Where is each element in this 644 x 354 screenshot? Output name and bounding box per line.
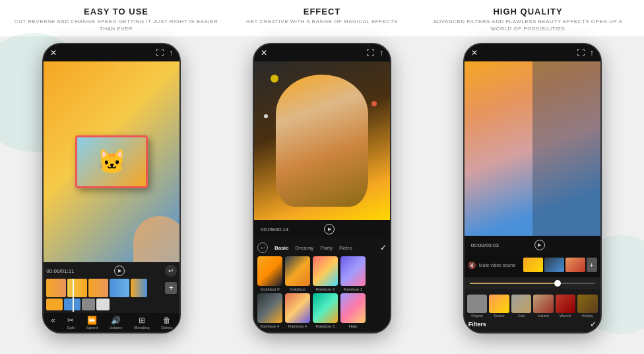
fp-autumn-label: Autumn [533, 314, 554, 318]
slider-track[interactable] [470, 283, 595, 284]
slider-thumb[interactable] [554, 280, 561, 287]
effect-thumb-6[interactable]: Rainbow 4 [285, 293, 310, 328]
effect-thumb-4[interactable]: Rainbow 1 [340, 256, 366, 291]
effect-label-7: Rainbow 5 [313, 324, 338, 328]
thumb-sm-white [96, 299, 110, 310]
fp-original-label: Original [467, 314, 488, 318]
hand-overlay [133, 216, 179, 262]
sparkle1 [271, 75, 278, 83]
effect-thumb-3[interactable]: Rainbow 3 [313, 256, 338, 291]
effect-thumb-2[interactable]: Golddust [285, 256, 310, 291]
fp-holiday[interactable]: Holiday [577, 295, 598, 318]
tab-retro[interactable]: Retro [339, 245, 352, 251]
blending-icon: ⊞ [139, 316, 145, 325]
thumb-sm-orange [46, 299, 63, 310]
speed-icon: ⏩ [87, 316, 97, 325]
toolbar-volume[interactable]: 🔊 Volume [110, 316, 123, 330]
effect-thumb-1[interactable]: Golddust 8 [257, 256, 282, 291]
cat-card [75, 135, 148, 188]
thumb-blue [110, 279, 129, 297]
phone1-screen: ✕ ⛶ ↑ 00:00/01 [44, 44, 179, 332]
effect-img-8 [340, 293, 366, 323]
toolbar-speed[interactable]: ⏩ Speed [86, 316, 98, 330]
effect-thumb-7[interactable]: Rainbow 5 [313, 293, 338, 328]
phone1-timeline: 00:00/01:11 ▶ ↩ + [44, 262, 179, 313]
filters-check-icon[interactable]: ✓ [590, 320, 596, 329]
phone3-wrapper: ✕ ⛶ ↑ 00:00/00:03 ▶ [430, 43, 634, 334]
easy-subtitle: CUT REVERSE AND CHANGE SPEED GETTING IT … [13, 18, 219, 32]
effect-img-1 [257, 256, 282, 286]
phone3-play-btn[interactable]: ▶ [534, 240, 545, 250]
fp-autumn[interactable]: Autumn [533, 295, 554, 318]
tab-dreamy[interactable]: Dreamy [295, 245, 313, 251]
effects-check-icon[interactable]: ✓ [380, 243, 387, 252]
fp-texture-thumb [489, 295, 509, 313]
toolbar-split[interactable]: ✂ Split [67, 316, 75, 330]
phone2-video-area [254, 61, 390, 220]
effects-thumbs-row2: Rainbow 4 Rainbow 4 Rainbow 5 Halo [257, 293, 387, 328]
phones-row: ✕ ⛶ ↑ 00:00/01 [0, 36, 644, 354]
fp-warmth[interactable]: Warmth [556, 295, 576, 318]
phone1-time-row: 00:00/01:11 ▶ ↩ [46, 265, 177, 277]
filter-thumb-2[interactable] [544, 258, 564, 272]
filter-thumb-3[interactable] [565, 258, 585, 272]
phone2-play-btn[interactable]: ▶ [324, 224, 335, 234]
fp-autumn-thumb [533, 295, 554, 313]
phone1-play-btn[interactable]: ▶ [114, 266, 125, 276]
quality-title: HIGH QUALITY [425, 7, 631, 17]
phone1-video-area [44, 61, 179, 262]
thumb-orange [46, 279, 66, 297]
phone3-time-row: 00:00/00:03 ▶ [465, 236, 600, 254]
split-label: Split [67, 326, 75, 330]
filter-thumbs: + [523, 258, 597, 272]
volume-icon: 🔊 [111, 316, 121, 325]
effect-label-5: Rainbow 4 [257, 324, 282, 328]
toolbar-blending[interactable]: ⊞ Blending [134, 316, 149, 330]
phone1-expand-icon[interactable]: ⛶ [156, 48, 164, 57]
delete-icon: 🗑 [163, 316, 171, 325]
effect-img-4 [340, 256, 366, 286]
toolbar-back[interactable]: « [51, 316, 55, 330]
easy-title: EASY TO USE [13, 7, 219, 17]
phone2-close-icon[interactable]: ✕ [261, 48, 267, 57]
effect-thumb-5[interactable]: Rainbow 4 [257, 293, 282, 328]
phone3-expand-icon[interactable]: ⛶ [577, 48, 585, 57]
effect-thumb-8[interactable]: Halo [340, 293, 366, 328]
effects-tabs: ↩ Basic Dreamy Party Retro ✓ [257, 242, 387, 253]
phone1-share-icon[interactable]: ↑ [169, 48, 173, 57]
section-quality: HIGH QUALITY ADVANCED FILTERS AND FLAWLE… [425, 7, 631, 32]
sparkle3 [264, 114, 268, 118]
filter-palette: Original Texture Cool Autumn [467, 295, 598, 318]
phone1-wrapper: ✕ ⛶ ↑ 00:00/01 [10, 43, 214, 334]
mute-icon[interactable]: 🔇 [468, 262, 476, 269]
phone3-close-icon[interactable]: ✕ [471, 48, 478, 57]
toolbar-delete[interactable]: 🗑 Delete [161, 316, 172, 330]
effect-img-7 [313, 293, 338, 323]
section-effect: EFFECT GET CREATIVE WITH A RANGE OF MAGI… [219, 7, 425, 32]
phone2-share-icon[interactable]: ↑ [379, 48, 383, 57]
phone2-expand-icon[interactable]: ⛶ [366, 48, 374, 57]
phone1-add-btn[interactable]: + [165, 282, 177, 294]
phone1-close-icon[interactable]: ✕ [50, 48, 57, 57]
phone1-undo-btn[interactable]: ↩ [165, 265, 177, 277]
split-icon: ✂ [67, 316, 74, 325]
effects-back-btn[interactable]: ↩ [257, 242, 268, 253]
fp-original[interactable]: Original [467, 295, 488, 318]
phone3-share-icon[interactable]: ↑ [590, 48, 594, 57]
effect-label-6: Rainbow 4 [285, 324, 310, 328]
fp-texture[interactable]: Texture [489, 295, 509, 318]
volume-label: Volume [110, 326, 123, 330]
filter-add-btn[interactable]: + [587, 258, 597, 272]
phone2-time-row: 00:09/00:14 ▶ [254, 220, 390, 238]
phone3-screen: ✕ ⛶ ↑ 00:00/00:03 ▶ [465, 44, 600, 332]
filter-palette-container: Original Texture Cool Autumn [465, 289, 600, 332]
phone1-timeline-strip: + [46, 279, 177, 297]
tab-party[interactable]: Party [320, 245, 333, 251]
phone1-right-icons: ⛶ ↑ [156, 48, 173, 57]
fp-cool[interactable]: Cool [511, 295, 532, 318]
filters-strip: 🔇 Mute video sound + [468, 258, 597, 272]
filter-thumb-1[interactable] [523, 258, 543, 272]
effect-img-3 [313, 256, 338, 286]
speed-label: Speed [86, 326, 98, 330]
tab-basic[interactable]: Basic [274, 245, 288, 251]
